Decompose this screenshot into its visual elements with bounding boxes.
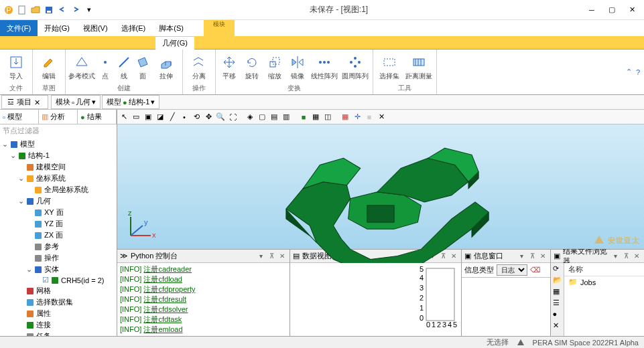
window-title: 未保存 - [视图:1] <box>95 4 582 15</box>
mirror-button[interactable]: 镜像 <box>287 51 308 84</box>
snap-icon[interactable]: ✕ <box>376 112 387 122</box>
tree-node[interactable]: ⌄模型 <box>1 139 115 150</box>
import-button[interactable]: 导入 <box>3 51 29 84</box>
chevron-down-icon[interactable]: ▾ <box>83 4 95 16</box>
linear-array-button[interactable]: 线性阵列 <box>310 51 339 84</box>
breadcrumb-bar: ☲ 项目 ✕ 模块▫几何▾ 模型●结构-1▾ <box>0 95 644 110</box>
tree-node[interactable]: ZX 面 <box>1 230 115 241</box>
front-icon[interactable]: ▢ <box>257 112 267 122</box>
close-button[interactable]: ✕ <box>623 3 641 17</box>
svg-text:1: 1 <box>420 304 424 312</box>
op-icon <box>34 254 42 262</box>
ribbon-help-icon[interactable]: ? <box>636 68 640 76</box>
hidden-icon[interactable]: ◫ <box>322 112 333 122</box>
distance-button[interactable]: 距离测量 <box>404 51 434 84</box>
rotate-icon[interactable]: ⟲ <box>191 112 202 122</box>
minimize-button[interactable]: ─ <box>582 3 601 17</box>
svg-text:0: 0 <box>426 321 430 329</box>
tree-filter[interactable]: 节点过滤器 <box>0 124 117 137</box>
solid-icon <box>34 266 42 274</box>
extrude-button[interactable]: 拉伸 <box>153 51 180 84</box>
shade-icon[interactable]: ■ <box>298 112 309 122</box>
close-icon[interactable]: ✕ <box>34 98 42 106</box>
project-tab[interactable]: ☲ 项目 ✕ <box>1 95 48 109</box>
tree-node[interactable]: ☑CRH5(id = 2) <box>1 275 115 285</box>
tree-node[interactable]: ⌄坐标系统 <box>1 173 115 184</box>
menu-script[interactable]: 脚本(S) <box>152 20 190 36</box>
wire-icon[interactable]: ▦ <box>310 112 321 122</box>
tree-node[interactable]: 建模空间 <box>1 161 115 173</box>
tab-results[interactable]: ●结果 <box>78 110 117 124</box>
tree-node[interactable]: 属性 <box>1 308 115 319</box>
save-icon[interactable] <box>43 4 55 16</box>
point-button[interactable]: 点 <box>96 51 114 84</box>
x-icon[interactable]: ✕ <box>553 321 562 331</box>
face-icon[interactable]: ◪ <box>155 112 166 122</box>
ribbon-minimize-icon[interactable]: ⌃ <box>626 68 632 76</box>
tree-node[interactable]: 网格 <box>1 285 115 296</box>
module-tab-group[interactable]: 模块 <box>204 20 235 36</box>
breadcrumb-module[interactable]: 模块▫几何▾ <box>51 95 101 109</box>
tree-node[interactable]: 全局坐标系统 <box>1 184 115 195</box>
tree-node[interactable]: 选择数据集 <box>1 296 115 308</box>
svg-rect-27 <box>27 198 34 205</box>
cube-icon[interactable]: ▣ <box>143 112 153 122</box>
zoom-icon[interactable]: 🔍 <box>215 112 226 122</box>
part-icon <box>51 276 59 284</box>
tree-node[interactable]: 参考 <box>1 241 115 252</box>
redo-icon[interactable] <box>70 4 82 16</box>
pan-icon[interactable]: ✥ <box>203 112 214 122</box>
menu-select[interactable]: 选择(E) <box>115 20 153 36</box>
circular-array-button[interactable]: 圆周阵列 <box>340 51 370 84</box>
svg-rect-33 <box>35 266 42 273</box>
menu-start[interactable]: 开始(G) <box>38 20 76 36</box>
refmode-button[interactable]: 参考模式 <box>68 51 95 84</box>
side-icon[interactable]: ▥ <box>281 112 292 122</box>
tree-node[interactable]: 任务 <box>1 331 115 336</box>
grid-icon[interactable]: ▦ <box>340 112 350 122</box>
tree-node[interactable]: ⌄实体 <box>1 264 115 275</box>
face-button[interactable]: 面 <box>134 51 151 84</box>
edge-icon[interactable]: ╱ <box>167 112 178 122</box>
scale-button[interactable]: 缩放 <box>264 51 285 84</box>
tree-node[interactable]: 连接 <box>1 319 115 331</box>
tree-node[interactable]: 操作 <box>1 252 115 264</box>
dot-icon: ● <box>123 98 127 106</box>
line-button[interactable]: 线 <box>115 51 133 84</box>
svg-text:4: 4 <box>448 321 452 329</box>
left-panel: ▫模型 ▥分析 ●结果 节点过滤器 ⌄模型⌄结构-1建模空间⌄坐标系统全局坐标系… <box>0 110 117 336</box>
top-icon[interactable]: ▤ <box>269 112 279 122</box>
file-menu[interactable]: 文件(F) <box>0 20 38 36</box>
selset-button[interactable]: 选择集 <box>376 51 403 84</box>
iso-icon[interactable]: ◈ <box>245 112 255 122</box>
tree-node[interactable]: YZ 面 <box>1 218 115 230</box>
axes-icon[interactable]: ✛ <box>352 112 363 122</box>
rotate-button[interactable]: 旋转 <box>241 51 263 84</box>
dot-icon[interactable]: ● <box>553 310 562 319</box>
tree-node[interactable]: ⌄结构-1 <box>1 150 115 161</box>
svg-rect-18 <box>413 59 424 66</box>
select-box-icon[interactable]: ▭ <box>131 112 141 122</box>
ruler-icon[interactable]: ≡ <box>364 112 375 122</box>
vertex-icon[interactable]: • <box>179 112 190 122</box>
tab-analysis[interactable]: ▥分析 <box>39 110 78 124</box>
tab-geometry[interactable]: 几何(G) <box>155 36 194 50</box>
cursor-icon[interactable]: ↖ <box>119 112 129 122</box>
translate-button[interactable]: 平移 <box>218 51 240 84</box>
model-tree[interactable]: ⌄模型⌄结构-1建模空间⌄坐标系统全局坐标系统⌄几何XY 面YZ 面ZX 面参考… <box>0 137 117 336</box>
new-icon[interactable] <box>16 4 28 16</box>
fit-icon[interactable]: ⛶ <box>227 112 238 122</box>
tree-node[interactable]: XY 面 <box>1 207 115 218</box>
list-icon[interactable]: ☰ <box>553 298 562 308</box>
open-icon[interactable] <box>29 4 42 16</box>
breadcrumb-model[interactable]: 模型●结构-1▾ <box>102 95 159 109</box>
3d-viewport[interactable]: z x y 安世亚太 <box>117 124 644 249</box>
tab-model[interactable]: ▫模型 <box>0 110 39 124</box>
svg-rect-40 <box>367 205 394 222</box>
undo-icon[interactable] <box>56 4 68 16</box>
menu-view[interactable]: 视图(V) <box>76 20 115 36</box>
maximize-button[interactable]: ▢ <box>602 3 621 17</box>
edit-button[interactable]: 编辑 <box>36 51 62 84</box>
split-button[interactable]: 分离 <box>186 51 212 84</box>
tree-node[interactable]: ⌄几何 <box>1 195 115 207</box>
